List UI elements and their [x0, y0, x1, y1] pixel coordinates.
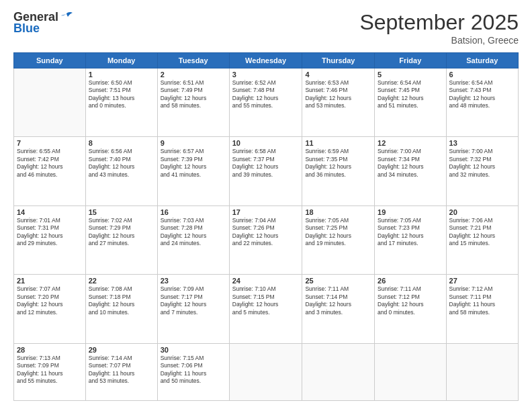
cal-cell: 16 Sunrise: 7:03 AMSunset: 7:28 PMDaylig…: [157, 205, 229, 274]
cal-cell: [14, 68, 86, 137]
cell-info: Sunrise: 7:05 AMSunset: 7:25 PMDaylight:…: [305, 217, 371, 248]
week-row-3: 14 Sunrise: 7:01 AMSunset: 7:31 PMDaylig…: [14, 205, 519, 274]
cell-date: 9: [161, 139, 226, 147]
cal-cell: 2 Sunrise: 6:51 AMSunset: 7:49 PMDayligh…: [157, 68, 229, 137]
cell-date: 19: [378, 208, 443, 216]
cell-info: Sunrise: 7:03 AMSunset: 7:28 PMDaylight:…: [161, 217, 226, 248]
cal-cell: 5 Sunrise: 6:54 AMSunset: 7:45 PMDayligh…: [375, 68, 446, 137]
cell-date: 2: [161, 71, 226, 79]
cell-info: Sunrise: 6:58 AMSunset: 7:37 PMDaylight:…: [232, 148, 300, 179]
cell-info: Sunrise: 7:08 AMSunset: 7:18 PMDaylight:…: [89, 285, 154, 316]
cell-date: 8: [89, 139, 154, 147]
cal-cell: 4 Sunrise: 6:53 AMSunset: 7:46 PMDayligh…: [302, 68, 375, 137]
cell-info: Sunrise: 7:01 AMSunset: 7:31 PMDaylight:…: [17, 217, 83, 248]
calendar-table: Sunday Monday Tuesday Wednesday Thursday…: [13, 52, 519, 401]
cal-cell: [229, 343, 302, 400]
cell-info: Sunrise: 6:51 AMSunset: 7:49 PMDaylight:…: [161, 79, 226, 110]
cell-info: Sunrise: 7:00 AMSunset: 7:34 PMDaylight:…: [378, 148, 443, 179]
col-friday: Friday: [375, 53, 446, 68]
col-saturday: Saturday: [446, 53, 518, 68]
cal-cell: 3 Sunrise: 6:52 AMSunset: 7:48 PMDayligh…: [229, 68, 302, 137]
cell-date: 14: [17, 208, 83, 216]
cal-cell: 26 Sunrise: 7:11 AMSunset: 7:12 PMDaylig…: [375, 275, 446, 343]
cal-cell: 12 Sunrise: 7:00 AMSunset: 7:34 PMDaylig…: [375, 137, 446, 205]
cell-date: 1: [89, 71, 154, 79]
cell-info: Sunrise: 7:13 AMSunset: 7:09 PMDaylight:…: [17, 355, 83, 385]
cell-date: 7: [17, 139, 83, 147]
cell-info: Sunrise: 6:52 AMSunset: 7:48 PMDaylight:…: [232, 79, 300, 110]
cell-info: Sunrise: 6:53 AMSunset: 7:46 PMDaylight:…: [305, 79, 371, 110]
cal-cell: 18 Sunrise: 7:05 AMSunset: 7:25 PMDaylig…: [302, 205, 375, 274]
cell-info: Sunrise: 7:07 AMSunset: 7:20 PMDaylight:…: [17, 285, 83, 316]
week-row-5: 28 Sunrise: 7:13 AMSunset: 7:09 PMDaylig…: [14, 343, 519, 400]
cell-date: 16: [161, 208, 226, 216]
cell-date: 23: [161, 277, 226, 285]
cell-info: Sunrise: 7:06 AMSunset: 7:21 PMDaylight:…: [449, 217, 515, 248]
week-row-4: 21 Sunrise: 7:07 AMSunset: 7:20 PMDaylig…: [14, 275, 519, 343]
cell-date: 11: [305, 139, 371, 147]
cal-cell: 14 Sunrise: 7:01 AMSunset: 7:31 PMDaylig…: [14, 205, 86, 274]
cell-info: Sunrise: 7:14 AMSunset: 7:07 PMDaylight:…: [89, 355, 154, 385]
cal-cell: 23 Sunrise: 7:09 AMSunset: 7:17 PMDaylig…: [157, 275, 229, 343]
cal-cell: 28 Sunrise: 7:13 AMSunset: 7:09 PMDaylig…: [14, 343, 86, 400]
cell-info: Sunrise: 6:50 AMSunset: 7:51 PMDaylight:…: [89, 79, 154, 110]
title-block: September 2025 Batsion, Greece: [359, 10, 519, 46]
cell-info: Sunrise: 7:11 AMSunset: 7:14 PMDaylight:…: [305, 285, 371, 316]
cal-cell: 22 Sunrise: 7:08 AMSunset: 7:18 PMDaylig…: [85, 275, 157, 343]
cell-info: Sunrise: 6:54 AMSunset: 7:45 PMDaylight:…: [378, 79, 443, 110]
cal-cell: 9 Sunrise: 6:57 AMSunset: 7:39 PMDayligh…: [157, 137, 229, 205]
cell-date: 4: [305, 71, 371, 79]
cal-cell: 27 Sunrise: 7:12 AMSunset: 7:11 PMDaylig…: [446, 275, 518, 343]
cell-info: Sunrise: 6:57 AMSunset: 7:39 PMDaylight:…: [161, 148, 226, 179]
cal-cell: 11 Sunrise: 6:59 AMSunset: 7:35 PMDaylig…: [302, 137, 375, 205]
cell-info: Sunrise: 7:10 AMSunset: 7:15 PMDaylight:…: [232, 285, 300, 316]
cal-cell: 6 Sunrise: 6:54 AMSunset: 7:43 PMDayligh…: [446, 68, 518, 137]
cal-cell: 15 Sunrise: 7:02 AMSunset: 7:29 PMDaylig…: [85, 205, 157, 274]
cal-cell: 20 Sunrise: 7:06 AMSunset: 7:21 PMDaylig…: [446, 205, 518, 274]
cal-cell: [302, 343, 375, 400]
cell-date: 29: [89, 346, 154, 354]
col-monday: Monday: [85, 53, 157, 68]
cell-date: 28: [17, 346, 83, 354]
cell-date: 20: [449, 208, 515, 216]
logo: General Blue: [13, 10, 73, 36]
cell-info: Sunrise: 6:54 AMSunset: 7:43 PMDaylight:…: [449, 79, 515, 110]
cal-cell: 30 Sunrise: 7:15 AMSunset: 7:06 PMDaylig…: [157, 343, 229, 400]
location: Batsion, Greece: [359, 35, 519, 46]
cell-date: 18: [305, 208, 371, 216]
col-tuesday: Tuesday: [157, 53, 229, 68]
cell-date: 22: [89, 277, 154, 285]
col-wednesday: Wednesday: [229, 53, 302, 68]
cal-cell: 13 Sunrise: 7:00 AMSunset: 7:32 PMDaylig…: [446, 137, 518, 205]
page: General Blue September 2025 Batsion, Gre…: [0, 0, 532, 411]
cell-date: 6: [449, 71, 515, 79]
cell-date: 3: [232, 71, 300, 79]
cal-cell: 17 Sunrise: 7:04 AMSunset: 7:26 PMDaylig…: [229, 205, 302, 274]
cal-cell: 25 Sunrise: 7:11 AMSunset: 7:14 PMDaylig…: [302, 275, 375, 343]
cell-date: 25: [305, 277, 371, 285]
week-row-2: 7 Sunrise: 6:55 AMSunset: 7:42 PMDayligh…: [14, 137, 519, 205]
cal-cell: 24 Sunrise: 7:10 AMSunset: 7:15 PMDaylig…: [229, 275, 302, 343]
cell-info: Sunrise: 7:11 AMSunset: 7:12 PMDaylight:…: [378, 285, 443, 316]
cell-date: 5: [378, 71, 443, 79]
header: General Blue September 2025 Batsion, Gre…: [13, 10, 519, 46]
cal-cell: 29 Sunrise: 7:14 AMSunset: 7:07 PMDaylig…: [85, 343, 157, 400]
cell-info: Sunrise: 7:12 AMSunset: 7:11 PMDaylight:…: [449, 285, 515, 316]
cell-date: 26: [378, 277, 443, 285]
cal-cell: 10 Sunrise: 6:58 AMSunset: 7:37 PMDaylig…: [229, 137, 302, 205]
cell-info: Sunrise: 7:09 AMSunset: 7:17 PMDaylight:…: [161, 285, 226, 316]
cal-cell: 1 Sunrise: 6:50 AMSunset: 7:51 PMDayligh…: [85, 68, 157, 137]
cal-cell: 19 Sunrise: 7:05 AMSunset: 7:23 PMDaylig…: [375, 205, 446, 274]
cell-info: Sunrise: 7:00 AMSunset: 7:32 PMDaylight:…: [449, 148, 515, 179]
cell-date: 10: [232, 139, 300, 147]
cal-cell: [375, 343, 446, 400]
week-row-1: 1 Sunrise: 6:50 AMSunset: 7:51 PMDayligh…: [14, 68, 519, 137]
cell-date: 12: [378, 139, 443, 147]
cell-date: 13: [449, 139, 515, 147]
cell-info: Sunrise: 6:56 AMSunset: 7:40 PMDaylight:…: [89, 148, 154, 179]
col-sunday: Sunday: [14, 53, 86, 68]
cal-cell: 21 Sunrise: 7:07 AMSunset: 7:20 PMDaylig…: [14, 275, 86, 343]
header-row: Sunday Monday Tuesday Wednesday Thursday…: [14, 53, 519, 68]
cell-date: 27: [449, 277, 515, 285]
cal-cell: [446, 343, 518, 400]
